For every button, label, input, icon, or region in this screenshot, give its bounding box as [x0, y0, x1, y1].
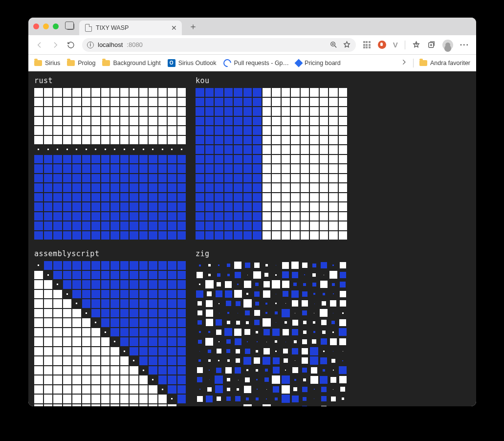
tixy-cell [243, 375, 252, 384]
tixy-cell [243, 193, 252, 202]
tixy-cell [196, 290, 204, 299]
forward-button[interactable] [51, 41, 60, 49]
tixy-cell [101, 145, 110, 154]
toolbar-separator [405, 41, 405, 49]
tixy-cell [243, 299, 252, 308]
tixy-cell [130, 221, 138, 230]
tixy-cell [196, 375, 204, 384]
tixy-cell [44, 98, 53, 107]
tixy-cell [101, 117, 110, 126]
tixy-cell [149, 212, 157, 221]
tixy-cell [53, 366, 62, 375]
tixy-cell [72, 290, 81, 299]
minimize-window-button[interactable] [43, 23, 49, 29]
tixy-cell [301, 212, 309, 221]
tixy-cell [82, 202, 91, 211]
tixy-cell [120, 98, 129, 107]
tixy-cell [253, 375, 262, 384]
tixy-cell [282, 98, 290, 107]
bookmark-pricing-board[interactable]: Pricing board [296, 60, 341, 66]
reload-button[interactable] [66, 41, 75, 49]
bookmark-sirius-outlook[interactable]: OSirius Outlook [168, 59, 217, 67]
tixy-cell [158, 404, 167, 407]
profile-avatar[interactable] [442, 40, 453, 50]
overflow-menu-button[interactable]: ··· [460, 41, 469, 49]
tixy-cell [291, 404, 300, 407]
tixy-cell [63, 155, 72, 164]
tixy-cell [301, 183, 309, 192]
tixy-cell [120, 212, 129, 221]
v-extension-icon[interactable]: V [393, 41, 398, 49]
tixy-cell [63, 221, 72, 230]
bookmarks-overflow-chevron[interactable] [400, 59, 407, 67]
tixy-cell [158, 231, 167, 240]
back-button[interactable] [35, 41, 44, 49]
tixy-cell [282, 174, 290, 183]
tixy-cell [215, 88, 223, 97]
tixy-cell [158, 174, 167, 183]
fullscreen-window-button[interactable] [53, 23, 59, 29]
zoom-icon[interactable] [329, 41, 338, 49]
tixy-cell [101, 318, 110, 327]
ext-grid-icon[interactable] [363, 41, 371, 49]
tixy-cell [158, 356, 167, 365]
close-window-button[interactable] [33, 23, 39, 29]
bookmark-prolog[interactable]: Prolog [67, 60, 95, 66]
tixy-cell [329, 107, 338, 116]
favorites-star-icon[interactable] [412, 41, 420, 49]
bookmark-sirius[interactable]: Sirius [34, 60, 60, 66]
bookmark-other-favorites[interactable]: Andra favoriter [419, 60, 470, 66]
address-bar[interactable]: i localhost:8080 [82, 38, 356, 52]
tixy-cell [139, 328, 148, 337]
tixy-cell [234, 202, 242, 211]
tixy-cell [196, 174, 204, 183]
tixy-cell [91, 271, 100, 280]
tixy-cell [320, 280, 329, 289]
tixy-cell [101, 280, 110, 289]
panel-zig: zig [196, 249, 347, 406]
tixy-cell [282, 280, 290, 289]
tixy-cell [339, 299, 348, 308]
tixy-cell [339, 261, 348, 270]
tixy-cell [139, 395, 148, 403]
tixy-cell [44, 117, 53, 126]
browser-tab[interactable]: TIXY WASP ✕ [79, 21, 182, 35]
tixy-cell [329, 117, 338, 126]
tixy-cell [101, 98, 110, 107]
tixy-cell [101, 221, 110, 230]
tab-overview-icon[interactable] [66, 23, 74, 30]
tixy-cell [339, 280, 348, 289]
tixy-cell [243, 164, 252, 173]
new-tab-button[interactable]: ＋ [187, 21, 199, 32]
tixy-cell [291, 183, 300, 192]
tixy-cell [243, 126, 252, 135]
page-content: rust kou assemblyscript zig [28, 71, 476, 406]
tixy-cell [224, 347, 233, 356]
tixy-cell [339, 328, 348, 337]
tixy-cell [282, 309, 290, 318]
tixy-cell [215, 375, 223, 384]
tixy-cell [149, 231, 157, 240]
tixy-cell [63, 366, 72, 375]
tixy-cell [168, 117, 176, 126]
bookmark-pull-requests[interactable]: Pull requests - Gp… [223, 59, 289, 67]
bookmark-background-light[interactable]: Background Light [102, 60, 160, 66]
collections-icon[interactable] [427, 41, 436, 49]
duckduckgo-icon[interactable] [378, 41, 386, 49]
tixy-cell [310, 193, 319, 202]
tixy-cell [82, 280, 91, 289]
tixy-cell [82, 375, 91, 384]
tixy-cell [301, 193, 309, 202]
tixy-cell [215, 366, 223, 375]
site-info-icon[interactable]: i [87, 42, 94, 48]
bookmark-star-icon[interactable] [343, 41, 351, 49]
tixy-cell [320, 231, 329, 240]
tixy-cell [310, 375, 319, 384]
close-tab-button[interactable]: ✕ [171, 24, 177, 32]
tixy-cell [91, 261, 100, 270]
tixy-cell [168, 337, 176, 346]
tixy-cell [149, 356, 157, 365]
tixy-cell [72, 88, 81, 97]
tixy-cell [72, 183, 81, 192]
tixy-cell [177, 164, 186, 173]
